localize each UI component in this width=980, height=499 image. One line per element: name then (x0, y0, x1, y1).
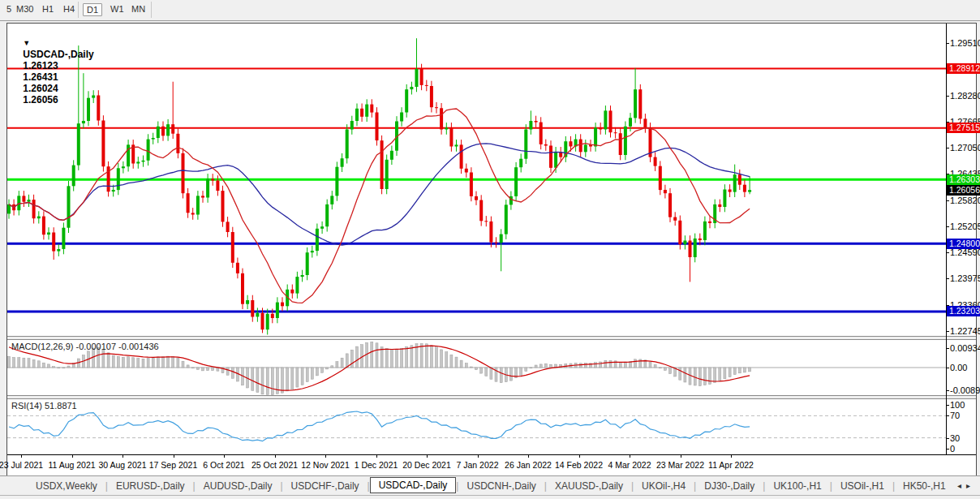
date-label: 7 Jan 2022 (457, 460, 499, 470)
ma-fast-line (9, 109, 750, 303)
rsi-axis-100: 100 (950, 400, 965, 410)
rsi-axis-30: 30 (950, 433, 960, 443)
price-tag-1.27515: 1.27515 (947, 123, 980, 133)
price-tag-1.24800: 1.24800 (947, 239, 980, 249)
ohlc-close: 1.26056 (23, 94, 58, 105)
timeframe-button-h1[interactable]: H1 (39, 3, 57, 15)
macd-axis-zero: 0.00 (950, 363, 967, 372)
macd-axis-max: 0.009345 (950, 343, 980, 353)
rsi-label: RSI(14) 51.8871 (11, 401, 77, 411)
candles (7, 38, 751, 334)
date-tick (325, 455, 326, 458)
symbol-tab-usdcnh-daily[interactable]: USDCNH-,Daily (458, 479, 544, 493)
date-tick (376, 455, 377, 458)
price-tick-label: 1.25820 (950, 196, 980, 205)
chart-title: ▼ USDCAD-,Daily 1.26123 1.26431 1.26024 … (12, 26, 94, 117)
macd-axis-min: -0.008902 (950, 385, 980, 395)
main-price-panel[interactable] (7, 24, 946, 336)
date-label: 30 Aug 2021 (99, 460, 147, 470)
date-label: 12 Nov 2021 (301, 460, 350, 470)
date-tick (174, 455, 174, 458)
date-tick (630, 455, 630, 458)
timeframe-button-m30[interactable]: M30 (13, 3, 37, 15)
date-tick (528, 455, 529, 458)
date-tick (427, 455, 428, 458)
symbol-dropdown-icon[interactable]: ▼ (23, 39, 30, 47)
macd-label: MACD(12,26,9) -0.000107 -0.001436 (11, 342, 159, 351)
date-tick (122, 455, 123, 458)
symbol-tab-usoil-h1[interactable]: USOil-,H1 (832, 479, 892, 493)
price-tag-1.23203: 1.23203 (947, 306, 980, 316)
date-label: 25 Oct 2021 (251, 460, 298, 470)
date-label: 14 Feb 2022 (555, 460, 603, 470)
date-label: 23 Mar 2022 (656, 460, 704, 470)
symbol-tab-bar: USDX,Weekly|EURUSD-,Daily|AUDUSD-,Daily|… (0, 475, 980, 495)
date-label: 17 Sep 2021 (149, 460, 198, 470)
date-tick (224, 455, 225, 458)
price-tag-1.28912: 1.28912 (947, 63, 980, 74)
symbol-tab-hk50-h1[interactable]: HK50-,H1 (895, 479, 954, 493)
price-tag-1.26303: 1.26303 (947, 174, 980, 185)
ohlc-high: 1.26431 (23, 71, 58, 83)
tab-scroll-right-icon[interactable]: ▸ (966, 481, 975, 490)
date-label: 23 Jul 2021 (0, 460, 43, 470)
macd-value-1: -0.000107 (75, 342, 116, 351)
tab-scroll-left-icon[interactable]: ◂ (957, 481, 966, 490)
symbol-tab-usdchf-daily[interactable]: USDCHF-,Daily (283, 479, 368, 493)
toolbar-separator (78, 2, 79, 18)
date-label: 26 Jan 2022 (505, 460, 552, 470)
price-tick-label: 1.29510 (950, 38, 980, 48)
rsi-panel[interactable]: RSI(14) 51.8871 (7, 399, 946, 454)
date-label: 4 Mar 2022 (608, 460, 651, 470)
mt4-terminal: { "ui": { "toolbar": { "timeframes": ["5… (0, 0, 980, 499)
price-tick-label: 1.28280 (950, 91, 980, 101)
chart-symbol: USDCAD-,Daily (23, 49, 93, 60)
chart-window: ▼ USDCAD-,Daily 1.26123 1.26431 1.26024 … (6, 23, 977, 475)
macd-signal-line (9, 346, 750, 390)
symbol-tab-xauusd-daily[interactable]: XAUUSD-,Daily (547, 479, 631, 493)
date-tick (21, 455, 22, 458)
macd-value-2: -0.001436 (118, 342, 159, 351)
date-tick (731, 455, 732, 458)
rsi-axis-0: 0 (950, 444, 955, 454)
timeframe-button-h4[interactable]: H4 (60, 3, 78, 15)
rsi-value: 51.8871 (45, 401, 77, 411)
date-tick (275, 455, 276, 458)
price-tick-label: 1.25205 (950, 222, 980, 231)
ohlc-low: 1.26024 (23, 83, 58, 94)
date-tick (72, 455, 73, 458)
date-tick (478, 455, 479, 458)
toolbar-separator (151, 2, 152, 18)
date-tick (681, 455, 681, 458)
timeframe-toolbar: 5M30H1H4D1W1MN (0, 0, 980, 21)
symbol-tab-usdx-weekly[interactable]: USDX,Weekly (28, 479, 105, 493)
price-tick-label: 1.27050 (950, 143, 980, 153)
date-label: 20 Dec 2021 (402, 460, 451, 470)
symbol-tab-dj30-daily[interactable]: DJ30-,Daily (696, 479, 763, 493)
ohlc-open: 1.26123 (23, 60, 58, 71)
date-label: 1 Dec 2021 (355, 460, 398, 470)
price-tick-label: 1.22745 (950, 326, 980, 336)
symbol-tab-audusd-daily[interactable]: AUDUSD-,Daily (196, 479, 281, 493)
symbol-tab-uk100-h1[interactable]: UK100-,H1 (765, 479, 829, 493)
status-bar (0, 495, 980, 499)
support-resistance-lines[interactable] (7, 68, 946, 312)
rsi-axis-70: 70 (950, 411, 960, 420)
macd-panel[interactable]: MACD(12,26,9) -0.000107 -0.001436 (7, 340, 946, 395)
date-label: 11 Apr 2022 (708, 460, 754, 470)
timeframe-button-w1[interactable]: W1 (107, 3, 127, 15)
date-label: 11 Aug 2021 (48, 460, 95, 470)
price-tag-1.26056: 1.26056 (947, 185, 980, 196)
symbol-tab-usdcad-daily[interactable]: USDCAD-,Daily (370, 477, 457, 493)
price-tick-label: 1.23975 (950, 273, 980, 283)
timeframe-button-mn[interactable]: MN (128, 3, 148, 15)
symbol-tab-eurusd-daily[interactable]: EURUSD-,Daily (108, 479, 193, 493)
date-axis[interactable]: 23 Jul 202111 Aug 202130 Aug 202117 Sep … (7, 454, 976, 475)
symbol-tab-ukoil-h4[interactable]: UKOil-,H4 (634, 479, 694, 493)
date-label: 6 Oct 2021 (203, 460, 244, 470)
timeframe-button-d1[interactable]: D1 (83, 3, 102, 16)
date-tick (579, 455, 580, 458)
